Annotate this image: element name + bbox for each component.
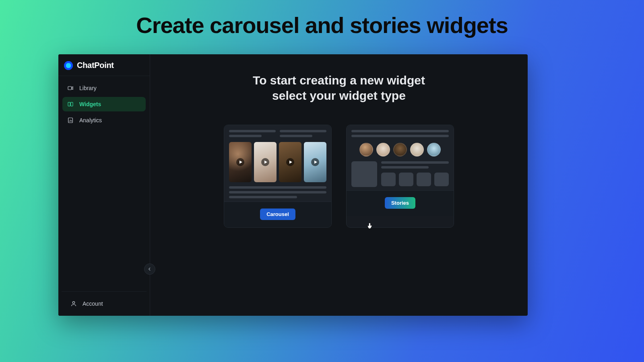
analytics-icon	[67, 117, 74, 123]
carousel-thumb	[279, 142, 301, 182]
widgets-icon	[67, 101, 74, 107]
story-avatar	[376, 143, 390, 156]
sidebar-item-analytics[interactable]: Analytics	[62, 113, 146, 128]
sidebar-spacer	[58, 132, 150, 291]
sidebar: ChatPoint Library Widgets	[58, 54, 150, 316]
sidebar-item-library[interactable]: Library	[62, 81, 146, 95]
placeholder-box	[351, 161, 377, 187]
video-icon	[67, 85, 74, 91]
brand-name: ChatPoint	[77, 61, 114, 70]
sidebar-nav: Library Widgets Analytics	[58, 76, 150, 132]
story-avatar	[410, 143, 424, 156]
story-avatar	[427, 143, 441, 156]
stories-button[interactable]: Stories	[385, 197, 415, 209]
carousel-thumb	[304, 142, 326, 182]
placeholder-box	[434, 173, 449, 186]
card-stories: Stories	[346, 125, 454, 228]
card-stories-preview	[347, 125, 454, 190]
brand: ChatPoint	[58, 54, 150, 76]
sidebar-footer: Account	[62, 291, 147, 316]
sidebar-item-label: Library	[79, 85, 97, 91]
placeholder-box	[417, 173, 431, 186]
promo-background: Create carousel and stories widgets Chat…	[0, 0, 644, 362]
heading-line-2: select your widget type	[272, 89, 406, 102]
story-avatar	[393, 143, 407, 156]
sidebar-item-label: Widgets	[79, 101, 101, 107]
sidebar-item-widgets[interactable]: Widgets	[62, 97, 146, 111]
story-avatar	[359, 143, 373, 156]
widget-type-cards: Carousel	[166, 125, 512, 228]
svg-rect-2	[71, 102, 73, 106]
card-carousel-preview	[224, 125, 331, 202]
play-icon	[261, 158, 269, 166]
placeholder-box	[399, 173, 413, 186]
sidebar-item-account[interactable]: Account	[66, 297, 142, 310]
sidebar-item-label: Analytics	[79, 117, 102, 123]
play-icon	[311, 158, 319, 166]
card-carousel-action: Carousel	[224, 202, 331, 227]
app-window: ChatPoint Library Widgets	[58, 54, 528, 316]
stories-avatars	[351, 143, 449, 156]
heading-line-1: To start creating a new widget	[253, 74, 425, 87]
main-panel: To start creating a new widget select yo…	[150, 54, 528, 316]
play-icon	[236, 158, 244, 166]
user-icon	[70, 300, 77, 307]
page-heading: To start creating a new widget select yo…	[166, 73, 512, 103]
carousel-thumb	[254, 142, 277, 182]
carousel-thumb	[229, 142, 252, 182]
promo-title: Create carousel and stories widgets	[0, 12, 644, 38]
sidebar-item-label: Account	[83, 300, 103, 307]
card-stories-action: Stories	[347, 190, 454, 216]
svg-point-4	[72, 302, 74, 304]
svg-rect-0	[68, 86, 72, 90]
carousel-thumbnails	[229, 142, 326, 182]
card-carousel: Carousel	[224, 125, 332, 228]
carousel-button[interactable]: Carousel	[260, 208, 295, 220]
brand-logo-icon	[64, 61, 73, 70]
play-icon	[286, 158, 294, 166]
placeholder-box	[381, 173, 396, 186]
svg-rect-1	[68, 102, 70, 106]
